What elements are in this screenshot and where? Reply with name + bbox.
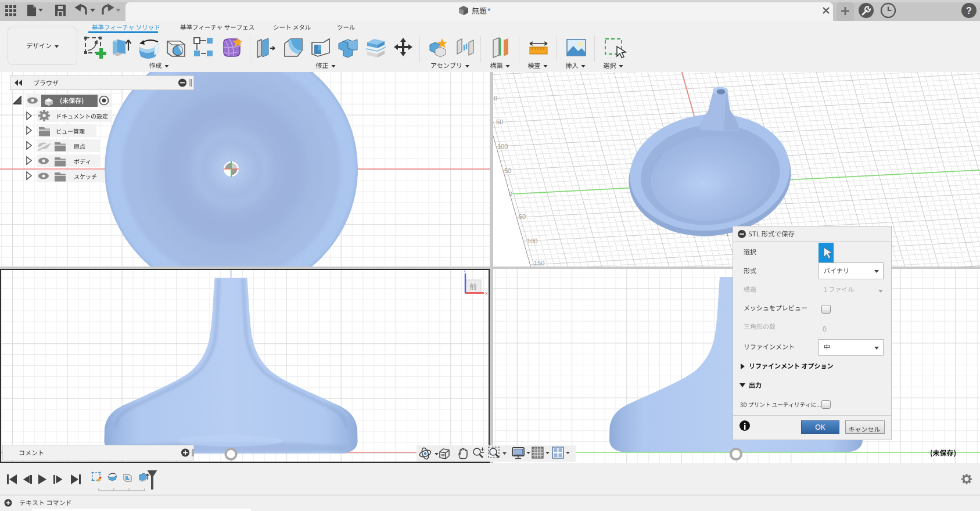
svg-text:X: X [485,292,488,296]
svg-text:50: 50 [496,118,503,125]
svg-text:Z: Z [464,269,466,273]
svg-text:0: 0 [494,95,497,102]
svg-text:50: 50 [504,167,511,174]
svg-text:100: 100 [527,237,537,244]
svg-text:100: 100 [497,143,508,150]
svg-text:0: 0 [509,190,512,197]
svg-text:50: 50 [519,213,526,220]
svg-text:150: 150 [534,260,544,267]
svg-text:?: ? [966,6,972,16]
